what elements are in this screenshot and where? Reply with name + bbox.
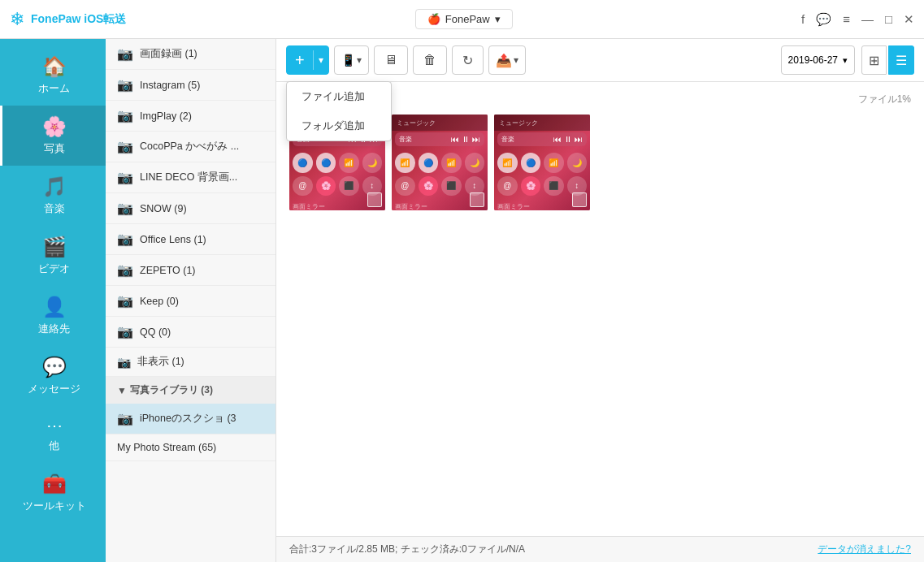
add-folder-item[interactable]: フォルダ追加 [287, 111, 391, 140]
toolkit-icon: 🧰 [42, 473, 67, 495]
grid-view-icon: ⊞ [869, 53, 879, 68]
album-label-line-deco: LINE DECO 背景画... [140, 171, 237, 184]
sidebar-item-message[interactable]: 💬 メッセージ [0, 346, 106, 406]
apple-icon: 🍎 [427, 13, 440, 25]
album-cocoppa[interactable]: 📷 CocoPPa かべがみ ... [106, 132, 275, 162]
album-screen-recording[interactable]: 📷 画面録画 (1) [106, 39, 275, 70]
add-icon: + [287, 47, 313, 74]
status-bar: 合計:3ファイル/2.85 MB; チェック済み:0ファイル/N/A データが消… [276, 536, 924, 562]
album-icon-office-lens: 📷 [117, 231, 133, 247]
album-zepeto[interactable]: 📷 ZEPETO (1) [106, 255, 275, 286]
photo-checkbox-1[interactable] [367, 192, 382, 207]
sidebar-label-other: 他 [49, 439, 59, 453]
grid-view-button[interactable]: ⊞ [861, 45, 887, 75]
sidebar-item-other[interactable]: ⋯ 他 [0, 406, 106, 463]
album-imgplay[interactable]: 📷 ImgPlay (2) [106, 101, 275, 132]
main-layout: 🏠 ホーム 🌸 写真 🎵 音楽 🎬 ビデオ 👤 連絡先 💬 メッセージ ⋯ 他 [0, 39, 924, 562]
refresh-button[interactable]: ↻ [452, 45, 484, 75]
device-to-pc-button[interactable]: 📱 ▾ [334, 45, 369, 75]
sidebar-item-video[interactable]: 🎬 ビデオ [0, 226, 106, 286]
album-label-zepeto: ZEPETO (1) [140, 265, 196, 276]
sidebar-item-home[interactable]: 🏠 ホーム [0, 45, 106, 106]
date-selector[interactable]: 2019-06-27 ▾ [781, 45, 855, 75]
album-line-deco[interactable]: 📷 LINE DECO 背景画... [106, 162, 275, 193]
photo-library-section[interactable]: ▼ 写真ライブラリ (3) [106, 377, 275, 404]
sidebar-left: 🏠 ホーム 🌸 写真 🎵 音楽 🎬 ビデオ 👤 連絡先 💬 メッセージ ⋯ 他 [0, 39, 106, 562]
export-icon: 📤 [496, 53, 512, 68]
facebook-icon[interactable]: f [801, 12, 805, 26]
album-label-instagram: Instagram (5) [140, 80, 200, 91]
album-label-iphone-screenshot: iPhoneのスクショ (3 [140, 412, 236, 426]
close-button[interactable]: ✕ [904, 12, 914, 27]
refresh-icon: ↻ [462, 53, 473, 68]
sidebar-item-photo[interactable]: 🌸 写真 [0, 106, 106, 166]
home-icon: 🏠 [42, 55, 67, 78]
date-value: 2019-06-27 [788, 54, 838, 66]
album-icon-keep: 📷 [117, 293, 133, 309]
status-info: 合計:3ファイル/2.85 MB; チェック済み:0ファイル/N/A [289, 543, 525, 556]
album-keep[interactable]: 📷 Keep (0) [106, 286, 275, 317]
photo-grid-area: 2019-06-27 ファイル1% ミュージック 音楽 ⏮ ⏸ ⏭ [276, 82, 924, 536]
device-to-pc-icon: 📱 [341, 54, 355, 67]
album-icon-instagram: 📷 [117, 77, 133, 93]
album-label-my-photo-stream: My Photo Stream (65) [117, 442, 216, 453]
album-hidden[interactable]: 📷 非表示 (1) [106, 348, 275, 377]
photo-thumbnail-2[interactable]: ミュージック 音楽 ⏮ ⏸ ⏭ 📶 🔵 📶 🌙 @ 🌸 [392, 115, 488, 210]
add-file-item[interactable]: ファイル追加 [287, 82, 391, 111]
sidebar-label-home: ホーム [38, 81, 70, 96]
data-lost-link[interactable]: データが消えました? [818, 543, 911, 556]
maximize-button[interactable]: □ [885, 12, 892, 26]
album-iphone-screenshot[interactable]: 📷 iPhoneのスクショ (3 [106, 404, 275, 434]
sidebar-item-contact[interactable]: 👤 連絡先 [0, 286, 106, 346]
titlebar-center: 🍎 FonePaw ▾ [415, 9, 513, 29]
pc-to-device-button[interactable]: 🖥 [374, 45, 408, 75]
add-dropdown-arrow[interactable]: ▾ [313, 50, 328, 70]
album-label-keep: Keep (0) [140, 296, 179, 307]
album-label-screen-recording: 画面録画 (1) [140, 47, 197, 61]
toolbar-right: 2019-06-27 ▾ ⊞ ☰ [781, 45, 914, 75]
titlebar-right: f 💬 ≡ — □ ✕ [801, 12, 914, 27]
sidebar-label-toolkit: ツールキット [23, 499, 86, 513]
app-logo-icon: ❄ [10, 9, 24, 30]
album-label-snow: SNOW (9) [140, 203, 187, 214]
chat-icon[interactable]: 💬 [816, 12, 831, 27]
titlebar-left: ❄ FonePaw iOS転送 [10, 9, 126, 30]
toolbar: + ▾ 📱 ▾ 🖥 🗑 ↻ 📤 ▾ [276, 39, 924, 82]
section-collapse-icon: ▼ [117, 385, 127, 396]
device-selector[interactable]: 🍎 FonePaw ▾ [415, 9, 513, 29]
album-label-hidden: 非表示 (1) [137, 355, 184, 369]
view-toggle: ⊞ ☰ [861, 45, 914, 75]
album-icon-cocoppa: 📷 [117, 139, 133, 154]
album-qq[interactable]: 📷 QQ (0) [106, 317, 275, 348]
video-icon: 🎬 [42, 236, 67, 258]
album-snow[interactable]: 📷 SNOW (9) [106, 193, 275, 224]
album-icon-snow: 📷 [117, 201, 133, 216]
photo-thumbnail-3[interactable]: ミュージック 音楽 ⏮ ⏸ ⏭ 📶 🔵 📶 🌙 @ 🌸 [494, 115, 590, 210]
album-icon-imgplay: 📷 [117, 108, 133, 123]
message-icon: 💬 [42, 356, 67, 378]
delete-button[interactable]: 🗑 [413, 45, 447, 75]
device-name: FonePaw [445, 13, 490, 25]
photo-checkbox-3[interactable] [572, 192, 587, 207]
export-button[interactable]: 📤 ▾ [488, 45, 526, 75]
minimize-button[interactable]: — [861, 12, 874, 26]
album-icon-iphone-screenshot: 📷 [117, 411, 133, 426]
photo-library-label: 写真ライブラリ (3) [130, 383, 213, 397]
add-button[interactable]: + ▾ [286, 45, 329, 75]
list-view-button[interactable]: ☰ [888, 45, 914, 75]
album-icon-screen-recording: 📷 [117, 46, 133, 62]
album-office-lens[interactable]: 📷 Office Lens (1) [106, 224, 275, 255]
menu-icon[interactable]: ≡ [843, 12, 850, 26]
list-view-icon: ☰ [896, 53, 907, 68]
album-label-imgplay: ImgPlay (2) [140, 110, 192, 122]
album-my-photo-stream[interactable]: My Photo Stream (65) [106, 434, 275, 461]
sidebar-item-toolkit[interactable]: 🧰 ツールキット [0, 463, 106, 523]
other-icon: ⋯ [46, 416, 63, 435]
photo-checkbox-2[interactable] [470, 192, 484, 207]
titlebar: ❄ FonePaw iOS転送 🍎 FonePaw ▾ f 💬 ≡ — □ ✕ [0, 0, 924, 39]
sidebar-item-music[interactable]: 🎵 音楽 [0, 166, 106, 226]
album-instagram[interactable]: 📷 Instagram (5) [106, 70, 275, 101]
photo-icon: 🌸 [42, 115, 67, 138]
content-area: + ▾ 📱 ▾ 🖥 🗑 ↻ 📤 ▾ [276, 39, 924, 562]
album-icon-line-deco: 📷 [117, 170, 133, 185]
